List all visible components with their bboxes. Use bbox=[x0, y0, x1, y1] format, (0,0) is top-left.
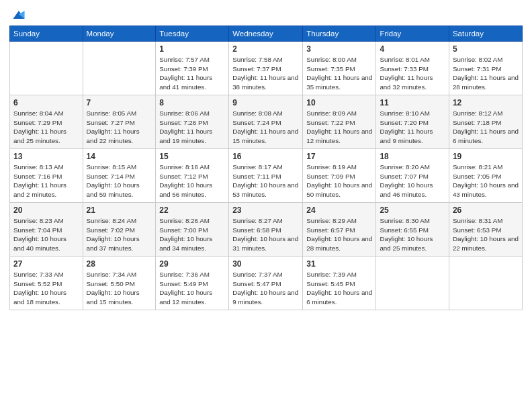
calendar-cell: 1Sunrise: 7:57 AMSunset: 7:39 PMDaylight… bbox=[156, 42, 229, 95]
calendar-cell bbox=[376, 257, 449, 310]
day-number: 18 bbox=[380, 152, 445, 161]
day-number: 29 bbox=[159, 259, 225, 269]
calendar-cell: 29Sunrise: 7:36 AMSunset: 5:49 PMDayligh… bbox=[156, 257, 229, 310]
day-info: Sunrise: 8:00 AMSunset: 7:35 PMDaylight:… bbox=[306, 55, 372, 92]
day-of-week-header: Sunday bbox=[10, 26, 83, 42]
day-info: Sunrise: 8:19 AMSunset: 7:09 PMDaylight:… bbox=[306, 163, 372, 199]
day-number: 30 bbox=[232, 259, 299, 269]
calendar-cell: 25Sunrise: 8:30 AMSunset: 6:55 PMDayligh… bbox=[376, 203, 449, 257]
calendar-cell: 12Sunrise: 8:12 AMSunset: 7:18 PMDayligh… bbox=[449, 95, 522, 149]
day-of-week-header: Monday bbox=[83, 26, 156, 42]
calendar-cell: 17Sunrise: 8:19 AMSunset: 7:09 PMDayligh… bbox=[303, 149, 376, 203]
day-info: Sunrise: 8:10 AMSunset: 7:20 PMDaylight:… bbox=[380, 109, 445, 146]
day-of-week-header: Tuesday bbox=[156, 26, 229, 42]
day-number: 19 bbox=[453, 152, 519, 161]
day-info: Sunrise: 8:04 AMSunset: 7:29 PMDaylight:… bbox=[13, 109, 79, 146]
calendar-week-row: 20Sunrise: 8:23 AMSunset: 7:04 PMDayligh… bbox=[10, 203, 523, 257]
day-info: Sunrise: 8:09 AMSunset: 7:22 PMDaylight:… bbox=[306, 109, 372, 146]
day-number: 14 bbox=[87, 152, 152, 161]
calendar-cell: 7Sunrise: 8:05 AMSunset: 7:27 PMDaylight… bbox=[83, 95, 156, 149]
day-info: Sunrise: 8:23 AMSunset: 7:04 PMDaylight:… bbox=[13, 216, 79, 253]
calendar-cell: 24Sunrise: 8:29 AMSunset: 6:57 PMDayligh… bbox=[303, 203, 376, 257]
day-info: Sunrise: 7:39 AMSunset: 5:45 PMDaylight:… bbox=[306, 270, 372, 307]
calendar-week-row: 1Sunrise: 7:57 AMSunset: 7:39 PMDaylight… bbox=[10, 42, 523, 95]
day-number: 1 bbox=[159, 44, 225, 54]
day-info: Sunrise: 8:17 AMSunset: 7:11 PMDaylight:… bbox=[232, 163, 299, 199]
logo bbox=[9, 9, 27, 21]
day-number: 12 bbox=[453, 98, 519, 107]
page: SundayMondayTuesdayWednesdayThursdayFrid… bbox=[0, 0, 532, 411]
calendar-cell: 4Sunrise: 8:01 AMSunset: 7:33 PMDaylight… bbox=[376, 42, 449, 95]
header bbox=[9, 7, 523, 21]
day-info: Sunrise: 8:08 AMSunset: 7:24 PMDaylight:… bbox=[232, 109, 299, 146]
calendar-cell: 27Sunrise: 7:33 AMSunset: 5:52 PMDayligh… bbox=[10, 257, 83, 310]
day-number: 21 bbox=[87, 205, 152, 215]
logo-icon bbox=[11, 8, 27, 21]
day-number: 28 bbox=[87, 259, 152, 269]
calendar-cell: 6Sunrise: 8:04 AMSunset: 7:29 PMDaylight… bbox=[10, 95, 83, 149]
day-of-week-header: Wednesday bbox=[229, 26, 303, 42]
day-number: 13 bbox=[13, 152, 79, 161]
calendar-cell bbox=[10, 42, 83, 95]
day-info: Sunrise: 8:01 AMSunset: 7:33 PMDaylight:… bbox=[380, 55, 445, 92]
calendar-cell: 30Sunrise: 7:37 AMSunset: 5:47 PMDayligh… bbox=[229, 257, 303, 310]
day-info: Sunrise: 7:36 AMSunset: 5:49 PMDaylight:… bbox=[159, 270, 225, 307]
calendar-table: SundayMondayTuesdayWednesdayThursdayFrid… bbox=[9, 26, 523, 310]
day-number: 2 bbox=[232, 44, 299, 54]
day-info: Sunrise: 7:33 AMSunset: 5:52 PMDaylight:… bbox=[13, 270, 79, 307]
calendar-cell: 31Sunrise: 7:39 AMSunset: 5:45 PMDayligh… bbox=[303, 257, 376, 310]
day-info: Sunrise: 8:31 AMSunset: 6:53 PMDaylight:… bbox=[453, 216, 519, 253]
calendar-cell bbox=[83, 42, 156, 95]
day-number: 17 bbox=[306, 152, 372, 161]
day-number: 7 bbox=[87, 98, 152, 107]
day-number: 25 bbox=[380, 205, 445, 215]
day-info: Sunrise: 8:06 AMSunset: 7:26 PMDaylight:… bbox=[159, 109, 225, 146]
calendar-cell: 16Sunrise: 8:17 AMSunset: 7:11 PMDayligh… bbox=[229, 149, 303, 203]
calendar-cell bbox=[449, 257, 522, 310]
calendar-cell: 10Sunrise: 8:09 AMSunset: 7:22 PMDayligh… bbox=[303, 95, 376, 149]
day-info: Sunrise: 8:12 AMSunset: 7:18 PMDaylight:… bbox=[453, 109, 519, 146]
day-number: 20 bbox=[13, 205, 79, 215]
calendar-cell: 19Sunrise: 8:21 AMSunset: 7:05 PMDayligh… bbox=[449, 149, 522, 203]
calendar-cell: 20Sunrise: 8:23 AMSunset: 7:04 PMDayligh… bbox=[10, 203, 83, 257]
calendar-cell: 2Sunrise: 7:58 AMSunset: 7:37 PMDaylight… bbox=[229, 42, 303, 95]
day-number: 16 bbox=[232, 152, 299, 161]
calendar-cell: 5Sunrise: 8:02 AMSunset: 7:31 PMDaylight… bbox=[449, 42, 522, 95]
day-number: 10 bbox=[306, 98, 372, 107]
day-info: Sunrise: 8:21 AMSunset: 7:05 PMDaylight:… bbox=[453, 163, 519, 199]
calendar-cell: 3Sunrise: 8:00 AMSunset: 7:35 PMDaylight… bbox=[303, 42, 376, 95]
calendar-cell: 9Sunrise: 8:08 AMSunset: 7:24 PMDaylight… bbox=[229, 95, 303, 149]
day-of-week-header: Thursday bbox=[303, 26, 376, 42]
calendar-cell: 13Sunrise: 8:13 AMSunset: 7:16 PMDayligh… bbox=[10, 149, 83, 203]
day-info: Sunrise: 8:02 AMSunset: 7:31 PMDaylight:… bbox=[453, 55, 519, 92]
calendar-cell: 21Sunrise: 8:24 AMSunset: 7:02 PMDayligh… bbox=[83, 203, 156, 257]
calendar-cell: 14Sunrise: 8:15 AMSunset: 7:14 PMDayligh… bbox=[83, 149, 156, 203]
day-number: 5 bbox=[453, 44, 519, 54]
calendar-week-row: 27Sunrise: 7:33 AMSunset: 5:52 PMDayligh… bbox=[10, 257, 523, 310]
day-number: 3 bbox=[306, 44, 372, 54]
day-info: Sunrise: 7:57 AMSunset: 7:39 PMDaylight:… bbox=[159, 55, 225, 92]
calendar-week-row: 6Sunrise: 8:04 AMSunset: 7:29 PMDaylight… bbox=[10, 95, 523, 149]
day-info: Sunrise: 7:58 AMSunset: 7:37 PMDaylight:… bbox=[232, 55, 299, 92]
calendar-cell: 18Sunrise: 8:20 AMSunset: 7:07 PMDayligh… bbox=[376, 149, 449, 203]
day-info: Sunrise: 8:27 AMSunset: 6:58 PMDaylight:… bbox=[232, 216, 299, 253]
day-info: Sunrise: 8:29 AMSunset: 6:57 PMDaylight:… bbox=[306, 216, 372, 253]
day-info: Sunrise: 8:13 AMSunset: 7:16 PMDaylight:… bbox=[13, 163, 79, 199]
day-info: Sunrise: 8:30 AMSunset: 6:55 PMDaylight:… bbox=[380, 216, 445, 253]
day-info: Sunrise: 8:05 AMSunset: 7:27 PMDaylight:… bbox=[87, 109, 152, 146]
day-number: 26 bbox=[453, 205, 519, 215]
day-number: 11 bbox=[380, 98, 445, 107]
day-of-week-header: Saturday bbox=[449, 26, 522, 42]
days-header-row: SundayMondayTuesdayWednesdayThursdayFrid… bbox=[10, 26, 523, 42]
day-info: Sunrise: 8:26 AMSunset: 7:00 PMDaylight:… bbox=[159, 216, 225, 253]
day-info: Sunrise: 8:16 AMSunset: 7:12 PMDaylight:… bbox=[159, 163, 225, 199]
day-number: 9 bbox=[232, 98, 299, 107]
calendar-cell: 26Sunrise: 8:31 AMSunset: 6:53 PMDayligh… bbox=[449, 203, 522, 257]
day-number: 6 bbox=[13, 98, 79, 107]
calendar-cell: 11Sunrise: 8:10 AMSunset: 7:20 PMDayligh… bbox=[376, 95, 449, 149]
day-info: Sunrise: 8:15 AMSunset: 7:14 PMDaylight:… bbox=[87, 163, 152, 199]
day-info: Sunrise: 7:34 AMSunset: 5:50 PMDaylight:… bbox=[87, 270, 152, 307]
calendar-cell: 28Sunrise: 7:34 AMSunset: 5:50 PMDayligh… bbox=[83, 257, 156, 310]
day-number: 22 bbox=[159, 205, 225, 215]
day-of-week-header: Friday bbox=[376, 26, 449, 42]
